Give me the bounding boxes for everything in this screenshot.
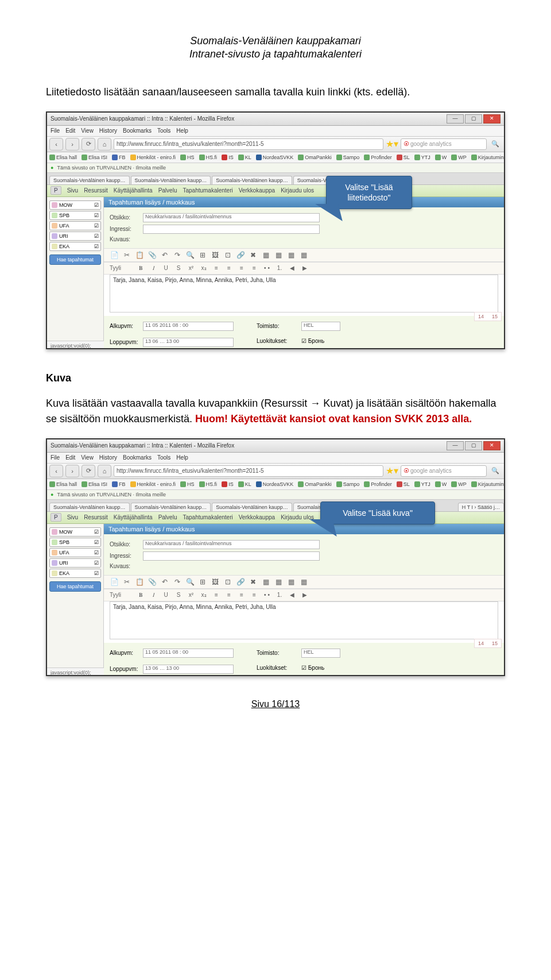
back-button[interactable]: ‹ [49,138,63,151]
loppupvm-label: Loppupvm: [110,339,138,345]
sidebar-item[interactable]: EKA☑ [49,242,101,251]
page-footer: Sivu 16/113 [46,699,505,709]
reload-button[interactable]: ⟳ [82,465,95,477]
alkupvm-label: Alkupvm: [110,323,138,329]
paste-icon: 📋 [135,251,144,259]
browser-tabs[interactable]: Suomalais-Venäläinen kaupp… Suomalais-Ve… [47,500,504,512]
ingressi-input[interactable] [143,551,320,561]
browser-menubar[interactable]: FileEditViewHistoryBookmarksToolsHelp [47,126,504,137]
outdent-icon: ◀ [288,265,297,272]
calendar-snippet: 1415 [474,639,502,648]
forward-button[interactable]: › [65,138,79,151]
editor-toolbar-row2[interactable]: Tyyli 𝐁𝐼USx²x₂ ≡≡≡≡• •1.◀▶ [104,262,504,275]
undo-icon: ↶ [160,251,169,259]
minimize-button[interactable]: — [447,114,464,124]
kuvaus-label: Kuvaus: [110,236,138,242]
browser-menubar[interactable]: FileEditViewHistoryBookmarksToolsHelp [47,453,504,464]
sidebar-item[interactable]: URI☑ [49,558,101,568]
otsikko-input[interactable]: Neukkarivaraus / fasilitointivalmennus [143,540,320,549]
strike-icon: S [174,265,183,272]
luokitukset-label: Luokitukset: [257,338,297,344]
alkupvm-input[interactable]: 11 05 2011 08 : 00 [143,649,234,658]
maximize-button[interactable]: ▢ [465,441,482,450]
image-icon: 🖼 [211,251,220,259]
alkupvm-input[interactable]: 11 05 2011 08 : 00 [143,322,234,331]
remove-icon: ✖ [249,251,258,259]
bullet-icon: • • [262,265,271,272]
doc-header-line1: Suomalais-Venäläinen kauppakamari [46,34,505,48]
maximize-button[interactable]: ▢ [465,114,482,124]
window-title: Suomalais-Venäläinen kauppakamari :: Int… [51,115,234,122]
table-icon: ⊞ [198,251,207,259]
editor-toolbar-row2[interactable]: Tyyli 𝐁𝐼USx²x₂ ≡≡≡≡• •1.◀▶ [104,589,504,601]
sup-icon: x² [187,265,196,272]
browser-tabs[interactable]: Suomalais-Venäläinen kaupp… Suomalais-Ve… [47,173,504,185]
sidebar: MOW☑ SPB☑ UFA☑ URI☑ EKA☑ Hae tapahtumat [47,197,104,341]
bookmarks-bar[interactable]: Elisa hall Elisa ISI FB Henkilöt - eniro… [47,152,504,163]
sub-icon: x₂ [199,265,208,272]
fetch-events-button[interactable]: Hae tapahtumat [49,254,101,265]
toimisto-select[interactable]: HEL [301,649,340,658]
sidebar-item[interactable]: MOW☑ [49,527,101,537]
callout-image: Valitse "Lisää kuva" [320,501,435,524]
find-icon: 🔍 [185,251,195,259]
sidebar-item[interactable]: UFA☑ [49,548,101,557]
otsikko-label: Otsikko: [110,214,138,221]
search-input[interactable]: ⦿google analytics [401,465,487,477]
luokitukset-value[interactable]: ☑ Бронь [301,338,324,344]
embed-icon: ⊡ [223,251,232,259]
editor-toolbar-row1[interactable]: 📄✂📋📎↶↷🔍⊞🖼⊡🔗✖▦▦▦▦ [104,248,504,262]
reload-button[interactable]: ⟳ [82,138,95,151]
link-icon: 🔗 [236,251,245,259]
app-menubar[interactable]: P Sivu Resurssit Käyttäjähallinta Palvel… [47,185,504,197]
sidebar: MOW☑ SPB☑ UFA☑ URI☑ EKA☑ Hae tapahtumat [47,524,104,668]
sidebar-item[interactable]: EKA☑ [49,569,101,578]
callout-attachment: Valitse "Lisää liitetiedosto" [326,176,412,209]
body-paragraph-2: Kuva lisätään vastaavalla tavalla kuvapa… [46,396,505,427]
bold-icon: 𝐁 [136,265,145,272]
ingressi-label: Ingressi: [110,226,138,232]
sidebar-item[interactable]: UFA☑ [49,221,101,230]
window-title: Suomalais-Venäläinen kauppakamari :: Int… [51,442,234,449]
minimize-button[interactable]: — [447,441,464,450]
loppupvm-input[interactable]: 13 06 … 13 00 [143,338,234,347]
editor-textarea[interactable]: Tarja, Jaana, Kaisa, Pirjo, Anna, Minna,… [110,601,498,639]
close-button[interactable]: ✕ [483,441,500,450]
url-input[interactable]: http://www.finrucc.fi/intra_etusivu/kale… [114,465,383,477]
home-button[interactable]: ⌂ [98,138,111,151]
toimisto-select[interactable]: HEL [301,322,340,331]
doc-header-line2: Intranet-sivusto ja tapahtumakalenteri [46,48,505,61]
url-input[interactable]: http://www.finrucc.fi/intra_etusivu/kale… [114,138,383,150]
editor-textarea[interactable]: Tarja, Jaana, Kaisa, Pirjo, Anna, Minna,… [110,275,498,312]
sidebar-item[interactable]: MOW☑ [49,200,101,210]
sidebar-item[interactable]: URI☑ [49,232,101,241]
cut-icon: ✂ [122,251,131,259]
loppupvm-input[interactable]: 13 06 … 13 00 [143,665,234,674]
back-button[interactable]: ‹ [49,465,63,477]
app-menubar[interactable]: P Sivu Resurssit Käyttäjähallinta Palvel… [47,512,504,524]
panel-title: Tapahtuman lisäys / muokkaus [104,197,504,207]
numlist-icon: 1. [275,265,284,272]
editor-toolbar-row1[interactable]: 📄✂📋📎↶↷🔍⊞🖼⊡🔗✖▦▦▦▦ [104,575,504,589]
screenshot-1: Suomalais-Venäläinen kauppakamari :: Int… [46,111,505,349]
bookmarks-bar[interactable]: Elisa hall Elisa ISI FB Henkilöt - eniro… [47,479,504,490]
sidebar-item[interactable]: SPB☑ [49,538,101,547]
attach-icon: 📎 [148,251,157,259]
security-bar: ●Tämä sivusto on TURVALLINEN · Ilmoita m… [47,490,504,500]
fetch-events-button[interactable]: Hae tapahtumat [49,581,101,592]
screenshot-2: Suomalais-Venäläinen kauppakamari :: Int… [46,438,505,676]
ingressi-input[interactable] [143,225,320,234]
sidebar-item[interactable]: SPB☑ [49,211,101,220]
intro-paragraph: Liitetiedosto lisätään sanaan/lauseeseen… [46,84,505,100]
italic-icon: 𝐼 [149,265,158,272]
search-input[interactable]: ⦿google analytics [401,138,487,150]
otsikko-input[interactable]: Neukkarivaraus / fasilitointivalmennus [143,213,320,222]
redo-icon: ↷ [173,251,182,259]
forward-button[interactable]: › [65,465,79,477]
home-button[interactable]: ⌂ [98,465,111,477]
calendar-snippet: 1415 [474,312,502,321]
new-icon: 📄 [110,251,119,259]
close-button[interactable]: ✕ [483,114,500,124]
underline-icon: U [161,265,170,272]
indent-icon: ▶ [300,265,309,272]
